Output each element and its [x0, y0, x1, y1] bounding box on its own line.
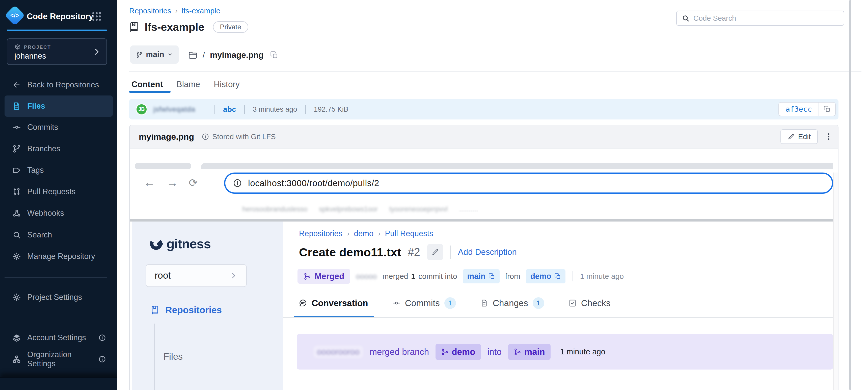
gitness-breadcrumb: Repositories › demo › Pull Requests — [299, 229, 433, 238]
sidebar: </> Code Repository PROJECT johannes — [0, 0, 117, 390]
source-branch-chip: demo — [435, 344, 481, 360]
sidebar-item-tags[interactable]: Tags — [4, 160, 113, 181]
gitness-pr-number: #2 — [408, 246, 420, 258]
browser-reload-icon: ⟳ — [189, 177, 197, 188]
page-scrollbar[interactable] — [849, 0, 851, 390]
tab-content[interactable]: Content — [131, 80, 163, 89]
gitness-author-redacted: oooorooroo — [313, 345, 363, 358]
edit-label: Edit — [798, 133, 811, 141]
sidebar-item-pull-requests[interactable]: Pull Requests — [4, 181, 113, 202]
tab-blame[interactable]: Blame — [177, 80, 200, 89]
site-info-icon — [233, 178, 242, 188]
sidebar-item-webhooks[interactable]: Webhooks — [4, 202, 113, 224]
sidebar-item-organization-settings[interactable]: Organization Settings — [4, 349, 113, 370]
copy-icon[interactable] — [270, 51, 278, 59]
commit-time: 3 minutes ago — [253, 105, 297, 113]
gitness-sidebar: gitness root Repositories — [132, 222, 283, 390]
sidebar-item-account-settings[interactable]: Account Settings — [4, 327, 113, 348]
project-name: johannes — [14, 52, 46, 61]
sidebar-footer — [0, 377, 117, 390]
branch-icon — [12, 144, 21, 153]
breadcrumb-repositories[interactable]: Repositories — [129, 6, 171, 15]
gitness-author-redacted: ooooo — [356, 272, 377, 281]
commit-sha-pill: af3ecc — [778, 102, 836, 116]
browser-forward-icon: → — [166, 177, 178, 189]
gitness-breadcrumb-section: Pull Requests — [385, 229, 433, 238]
sidebar-item-search[interactable]: Search — [4, 224, 113, 246]
branch-name: demo — [452, 347, 475, 357]
source-branch-name: demo — [530, 272, 551, 281]
sidebar-item-label: Search — [27, 230, 52, 240]
sidebar-item-label: Tags — [27, 166, 44, 175]
lfs-label: Stored with Git LFS — [212, 133, 276, 141]
commit-message-link[interactable]: abc — [223, 105, 236, 114]
copy-icon[interactable] — [818, 103, 835, 116]
commit-sha[interactable]: af3ecc — [779, 103, 818, 116]
screenshot-tabstrip-fragment — [201, 163, 833, 169]
page-title: lfs-example — [145, 21, 205, 33]
active-tab-underline — [129, 91, 170, 93]
sidebar-item-back-to-repositories[interactable]: Back to Repositories — [4, 74, 113, 95]
target-branch-chip: main — [463, 269, 500, 283]
gitness-logo-text: gitness — [166, 236, 211, 251]
sidebar-divider — [4, 277, 107, 278]
checklist-icon — [568, 299, 577, 307]
commit-author-redacted: jsfwlveqatda — [153, 105, 207, 113]
app-header: </> Code Repository — [0, 0, 117, 30]
search-icon — [12, 231, 21, 239]
info-icon — [98, 355, 107, 363]
gitness-pr-title-row: Create demo11.txt #2 Add Description — [299, 243, 517, 261]
sidebar-item-files[interactable]: Files — [4, 95, 113, 117]
kebab-menu-icon[interactable] — [824, 132, 833, 141]
divider — [572, 271, 573, 281]
sidebar-item-branches[interactable]: Branches — [4, 138, 113, 159]
app-switcher-icon[interactable] — [92, 12, 102, 22]
branch-selector[interactable]: main — [130, 46, 179, 64]
gitness-breadcrumb-repo: demo — [354, 229, 374, 238]
merge-icon — [441, 348, 448, 356]
gitness-space-name: root — [155, 270, 171, 281]
sidebar-item-label: Account Settings — [27, 333, 86, 342]
speech-bubble-icon — [299, 299, 307, 307]
arrow-left-icon — [12, 80, 21, 89]
screenshot-chrome-divider — [130, 219, 833, 222]
merge-commit-count: 1 — [411, 272, 415, 281]
divider — [244, 105, 245, 114]
sidebar-item-project-settings[interactable]: Project Settings — [4, 287, 113, 308]
gear-icon — [12, 252, 21, 261]
merge-icon — [514, 348, 521, 356]
file-name: myimage.png — [139, 132, 194, 142]
breadcrumb-separator: › — [347, 230, 349, 238]
source-branch-chip: demo — [526, 269, 565, 283]
code-search-input[interactable] — [693, 14, 839, 23]
copy-icon — [554, 273, 561, 280]
divider — [305, 105, 306, 114]
gitness-tab-checks: Checks — [568, 298, 611, 308]
browser-back-icon: ← — [144, 177, 155, 189]
folder-icon[interactable] — [188, 50, 197, 60]
tab-history[interactable]: History — [214, 80, 240, 89]
edit-button[interactable]: Edit — [780, 129, 818, 144]
file-view-tabs: Content Blame History — [131, 80, 240, 89]
gitness-edit-title-button — [427, 244, 443, 260]
screenshot-tabstrip-fragment — [135, 163, 191, 169]
target-branch-chip: main — [508, 344, 551, 360]
gitness-tab-conversation: Conversation — [299, 298, 368, 308]
gitness-logo-icon — [149, 236, 164, 251]
layers-icon — [12, 333, 21, 342]
project-selector[interactable]: PROJECT johannes — [7, 38, 107, 65]
browser-bookmarks-row: herosoobranduslesso spkvelprebows1oor ty… — [130, 201, 833, 217]
search-icon — [682, 15, 689, 22]
breadcrumb-current[interactable]: lfs-example — [182, 6, 220, 15]
commits-count-badge: 1 — [444, 297, 456, 309]
sidebar-item-commits[interactable]: Commits — [4, 117, 113, 138]
webhook-icon — [12, 209, 21, 218]
sidebar-item-label: Branches — [27, 144, 60, 153]
activity-time: 1 minute ago — [560, 347, 605, 356]
chevron-right-icon — [92, 48, 101, 56]
sidebar-item-manage-repository[interactable]: Manage Repository — [4, 246, 113, 267]
sidebar-item-label: Pull Requests — [27, 187, 75, 196]
visibility-badge: Private — [213, 21, 248, 33]
gitness-merge-activity-row: oooorooroo merged branch demo into — [297, 334, 833, 369]
header-accent-bar — [7, 30, 107, 31]
